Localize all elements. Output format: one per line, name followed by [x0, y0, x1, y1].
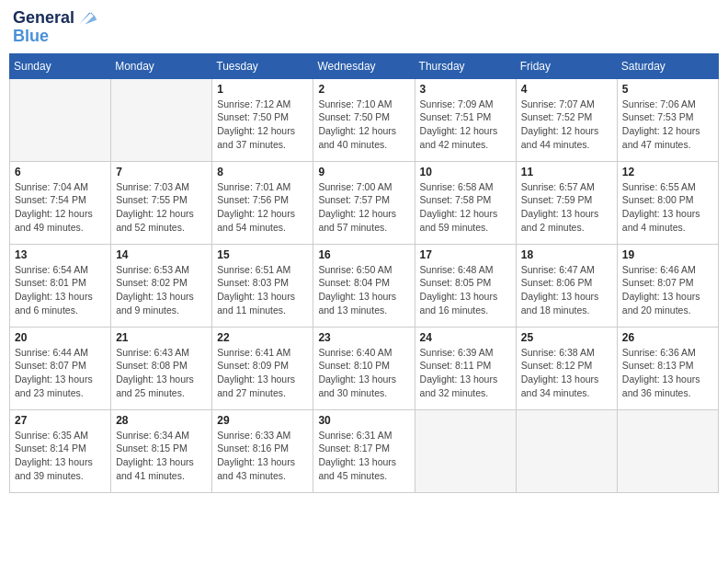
calendar-cell: 5Sunrise: 7:06 AM Sunset: 7:53 PM Daylig… — [617, 78, 718, 161]
week-row-5: 27Sunrise: 6:35 AM Sunset: 8:14 PM Dayli… — [10, 409, 719, 492]
calendar-cell — [617, 409, 718, 492]
day-info: Sunrise: 6:57 AM Sunset: 7:59 PM Dayligh… — [521, 180, 612, 235]
day-number: 27 — [15, 414, 106, 427]
column-header-monday: Monday — [111, 53, 212, 78]
day-number: 19 — [622, 248, 713, 261]
calendar: SundayMondayTuesdayWednesdayThursdayFrid… — [9, 53, 719, 493]
day-number: 25 — [521, 331, 612, 344]
day-info: Sunrise: 6:48 AM Sunset: 8:05 PM Dayligh… — [420, 263, 511, 317]
calendar-cell — [111, 78, 212, 161]
column-header-thursday: Thursday — [415, 53, 516, 78]
day-info: Sunrise: 7:09 AM Sunset: 7:51 PM Dayligh… — [420, 98, 511, 152]
column-header-friday: Friday — [516, 53, 617, 78]
week-row-1: 1Sunrise: 7:12 AM Sunset: 7:50 PM Daylig… — [10, 78, 719, 161]
day-info: Sunrise: 6:31 AM Sunset: 8:17 PM Dayligh… — [318, 429, 409, 483]
day-number: 24 — [420, 331, 511, 344]
day-number: 11 — [521, 166, 612, 178]
day-info: Sunrise: 7:04 AM Sunset: 7:54 PM Dayligh… — [15, 180, 106, 235]
calendar-cell: 15Sunrise: 6:51 AM Sunset: 8:03 PM Dayli… — [212, 244, 313, 327]
day-info: Sunrise: 7:01 AM Sunset: 7:56 PM Dayligh… — [217, 180, 308, 235]
day-info: Sunrise: 6:51 AM Sunset: 8:03 PM Dayligh… — [217, 263, 308, 317]
calendar-cell — [10, 78, 111, 161]
day-number: 23 — [318, 331, 409, 344]
day-info: Sunrise: 7:03 AM Sunset: 7:55 PM Dayligh… — [116, 180, 207, 235]
day-number: 15 — [217, 248, 308, 261]
day-number: 28 — [116, 414, 207, 427]
day-info: Sunrise: 6:40 AM Sunset: 8:10 PM Dayligh… — [318, 346, 409, 400]
calendar-cell: 8Sunrise: 7:01 AM Sunset: 7:56 PM Daylig… — [212, 161, 313, 244]
calendar-cell: 26Sunrise: 6:36 AM Sunset: 8:13 PM Dayli… — [617, 327, 718, 409]
calendar-cell: 24Sunrise: 6:39 AM Sunset: 8:11 PM Dayli… — [415, 327, 516, 409]
calendar-cell: 1Sunrise: 7:12 AM Sunset: 7:50 PM Daylig… — [212, 78, 313, 161]
day-info: Sunrise: 6:35 AM Sunset: 8:14 PM Dayligh… — [15, 429, 106, 483]
day-number: 18 — [521, 248, 612, 261]
week-row-4: 20Sunrise: 6:44 AM Sunset: 8:07 PM Dayli… — [10, 327, 719, 409]
calendar-cell: 11Sunrise: 6:57 AM Sunset: 7:59 PM Dayli… — [516, 161, 617, 244]
day-info: Sunrise: 7:06 AM Sunset: 7:53 PM Dayligh… — [622, 98, 713, 152]
calendar-cell: 13Sunrise: 6:54 AM Sunset: 8:01 PM Dayli… — [10, 244, 111, 327]
day-number: 13 — [15, 248, 106, 261]
calendar-cell: 21Sunrise: 6:43 AM Sunset: 8:08 PM Dayli… — [111, 327, 212, 409]
calendar-cell: 19Sunrise: 6:46 AM Sunset: 8:07 PM Dayli… — [617, 244, 718, 327]
calendar-cell — [516, 409, 617, 492]
day-info: Sunrise: 6:44 AM Sunset: 8:07 PM Dayligh… — [15, 346, 106, 400]
logo-text: General — [13, 9, 74, 28]
calendar-header-row: SundayMondayTuesdayWednesdayThursdayFrid… — [10, 53, 719, 78]
column-header-sunday: Sunday — [10, 53, 111, 78]
day-info: Sunrise: 6:50 AM Sunset: 8:04 PM Dayligh… — [318, 263, 409, 317]
calendar-cell: 7Sunrise: 7:03 AM Sunset: 7:55 PM Daylig… — [111, 161, 212, 244]
calendar-cell: 20Sunrise: 6:44 AM Sunset: 8:07 PM Dayli… — [10, 327, 111, 409]
day-info: Sunrise: 6:54 AM Sunset: 8:01 PM Dayligh… — [15, 263, 106, 317]
day-number: 29 — [217, 414, 308, 427]
calendar-cell: 2Sunrise: 7:10 AM Sunset: 7:50 PM Daylig… — [313, 78, 415, 161]
logo-icon — [76, 9, 98, 28]
week-row-3: 13Sunrise: 6:54 AM Sunset: 8:01 PM Dayli… — [10, 244, 719, 327]
day-info: Sunrise: 7:12 AM Sunset: 7:50 PM Dayligh… — [217, 98, 308, 152]
calendar-cell — [415, 409, 516, 492]
calendar-cell: 4Sunrise: 7:07 AM Sunset: 7:52 PM Daylig… — [516, 78, 617, 161]
calendar-cell: 14Sunrise: 6:53 AM Sunset: 8:02 PM Dayli… — [111, 244, 212, 327]
calendar-cell: 3Sunrise: 7:09 AM Sunset: 7:51 PM Daylig… — [415, 78, 516, 161]
column-header-saturday: Saturday — [617, 53, 718, 78]
day-info: Sunrise: 6:41 AM Sunset: 8:09 PM Dayligh… — [217, 346, 308, 400]
calendar-cell: 17Sunrise: 6:48 AM Sunset: 8:05 PM Dayli… — [415, 244, 516, 327]
day-info: Sunrise: 6:46 AM Sunset: 8:07 PM Dayligh… — [622, 263, 713, 317]
calendar-cell: 27Sunrise: 6:35 AM Sunset: 8:14 PM Dayli… — [10, 409, 111, 492]
logo: General Blue — [13, 9, 98, 46]
day-number: 2 — [318, 83, 409, 96]
day-number: 26 — [622, 331, 713, 344]
day-number: 10 — [420, 166, 511, 178]
day-info: Sunrise: 6:39 AM Sunset: 8:11 PM Dayligh… — [420, 346, 511, 400]
day-number: 20 — [15, 331, 106, 344]
day-info: Sunrise: 7:07 AM Sunset: 7:52 PM Dayligh… — [521, 98, 612, 152]
calendar-cell: 6Sunrise: 7:04 AM Sunset: 7:54 PM Daylig… — [10, 161, 111, 244]
calendar-cell: 30Sunrise: 6:31 AM Sunset: 8:17 PM Dayli… — [313, 409, 415, 492]
calendar-cell: 23Sunrise: 6:40 AM Sunset: 8:10 PM Dayli… — [313, 327, 415, 409]
day-number: 22 — [217, 331, 308, 344]
header: General Blue — [9, 9, 719, 46]
column-header-tuesday: Tuesday — [212, 53, 313, 78]
day-number: 30 — [318, 414, 409, 427]
day-number: 21 — [116, 331, 207, 344]
day-info: Sunrise: 6:36 AM Sunset: 8:13 PM Dayligh… — [622, 346, 713, 400]
day-number: 14 — [116, 248, 207, 261]
day-info: Sunrise: 6:55 AM Sunset: 8:00 PM Dayligh… — [622, 180, 713, 235]
day-number: 3 — [420, 83, 511, 96]
day-info: Sunrise: 6:43 AM Sunset: 8:08 PM Dayligh… — [116, 346, 207, 400]
column-header-wednesday: Wednesday — [313, 53, 415, 78]
day-number: 17 — [420, 248, 511, 261]
day-info: Sunrise: 6:58 AM Sunset: 7:58 PM Dayligh… — [420, 180, 511, 235]
day-info: Sunrise: 6:38 AM Sunset: 8:12 PM Dayligh… — [521, 346, 612, 400]
day-info: Sunrise: 6:34 AM Sunset: 8:15 PM Dayligh… — [116, 429, 207, 483]
calendar-cell: 29Sunrise: 6:33 AM Sunset: 8:16 PM Dayli… — [212, 409, 313, 492]
day-number: 7 — [116, 166, 207, 178]
day-info: Sunrise: 7:10 AM Sunset: 7:50 PM Dayligh… — [318, 98, 409, 152]
calendar-cell: 22Sunrise: 6:41 AM Sunset: 8:09 PM Dayli… — [212, 327, 313, 409]
calendar-cell: 9Sunrise: 7:00 AM Sunset: 7:57 PM Daylig… — [313, 161, 415, 244]
calendar-cell: 28Sunrise: 6:34 AM Sunset: 8:15 PM Dayli… — [111, 409, 212, 492]
day-number: 1 — [217, 83, 308, 96]
day-number: 12 — [622, 166, 713, 178]
calendar-cell: 18Sunrise: 6:47 AM Sunset: 8:06 PM Dayli… — [516, 244, 617, 327]
day-info: Sunrise: 6:53 AM Sunset: 8:02 PM Dayligh… — [116, 263, 207, 317]
day-number: 4 — [521, 83, 612, 96]
